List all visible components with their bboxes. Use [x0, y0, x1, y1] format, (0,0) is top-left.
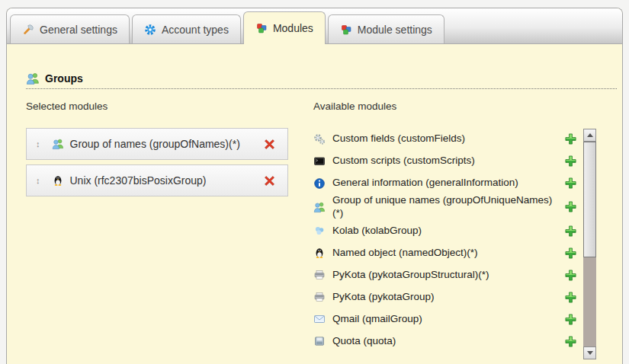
selected-modules-panel: Selected modules ↕ Group of names (group… — [26, 101, 288, 359]
scroll-up-button[interactable] — [583, 129, 596, 142]
gear-icon — [144, 24, 156, 36]
section-heading-groups: Groups — [26, 72, 617, 89]
drag-handle-icon[interactable]: ↕ — [36, 177, 40, 185]
available-module-label: Custom scripts (customScripts) — [332, 155, 560, 168]
scrollbar-track[interactable] — [583, 142, 596, 346]
selected-module-row[interactable]: ↕ Unix (rfc2307bisPosixGroup) — [26, 164, 288, 196]
add-module-button[interactable] — [564, 177, 577, 190]
available-module-row: Custom scripts (customScripts) — [313, 150, 577, 172]
terminal-icon — [313, 155, 326, 168]
tab-label: Module settings — [358, 24, 432, 36]
available-modules-panel: Available modules Custom fields (customF… — [313, 101, 596, 359]
add-module-button[interactable] — [564, 133, 577, 145]
group-icon — [313, 201, 326, 213]
available-module-label: Custom fields (customFields) — [332, 133, 560, 145]
triangle-up-icon — [587, 133, 593, 137]
modules-icon — [255, 22, 268, 34]
tab-label: General settings — [40, 24, 117, 36]
kolab-icon — [313, 225, 326, 237]
available-module-row: General information (generalInformation) — [313, 172, 577, 194]
add-module-button[interactable] — [564, 269, 577, 282]
selected-module-row[interactable]: ↕ Group of names (groupOfNames)(*) — [26, 128, 288, 160]
scrollbar-thumb[interactable] — [583, 142, 596, 257]
remove-module-button[interactable] — [264, 139, 275, 150]
tux-icon — [52, 174, 64, 187]
tab-label: Modules — [273, 22, 313, 34]
selected-modules-label: Selected modules — [26, 101, 288, 112]
settings-window: General settings Account types Modules M… — [6, 8, 623, 364]
mail-icon — [313, 313, 326, 325]
modules-icon — [340, 24, 352, 36]
selected-module-label: Group of names (groupOfNames)(*) — [70, 138, 265, 150]
available-modules-list-wrap: Custom fields (customFields) Custom scri… — [313, 128, 596, 359]
available-module-label: Qmail (qmailGroup) — [332, 313, 560, 326]
available-module-row: Kolab (kolabGroup) — [313, 220, 577, 242]
wrench-icon — [22, 24, 34, 36]
printer-icon — [313, 291, 326, 303]
remove-module-button[interactable] — [264, 175, 275, 187]
section-title: Groups — [45, 72, 83, 85]
groups-icon — [26, 72, 40, 85]
available-modules-label: Available modules — [313, 101, 596, 112]
available-module-label: PyKota (pykotaGroupStructural)(*) — [332, 269, 560, 282]
add-module-button[interactable] — [564, 225, 577, 238]
tab-account-types[interactable]: Account types — [132, 14, 241, 43]
available-module-label: Named object (namedObject)(*) — [332, 247, 560, 260]
available-module-row: PyKota (pykotaGroupStructural)(*) — [313, 264, 577, 286]
selected-module-label: Unix (rfc2307bisPosixGroup) — [70, 174, 265, 187]
available-module-label: Quota (quota) — [332, 335, 560, 348]
available-module-label: Group of unique names (groupOfUniqueName… — [332, 194, 560, 220]
group-icon — [52, 138, 64, 150]
info-icon — [313, 177, 326, 190]
add-module-button[interactable] — [564, 291, 577, 304]
available-module-row: Named object (namedObject)(*) — [313, 242, 577, 264]
available-module-label: General information (generalInformation) — [332, 177, 560, 190]
scroll-down-button[interactable] — [583, 346, 596, 359]
add-module-button[interactable] — [564, 247, 577, 260]
modules-tab-content: Groups Selected modules ↕ Group of names… — [7, 44, 622, 359]
add-module-button[interactable] — [564, 335, 577, 348]
gears-icon — [313, 133, 326, 145]
tab-general-settings[interactable]: General settings — [10, 14, 130, 43]
available-module-row: Custom fields (customFields) — [313, 128, 577, 150]
triangle-down-icon — [587, 351, 593, 355]
available-module-row: Quota (quota) — [313, 330, 577, 353]
available-module-row: Qmail (qmailGroup) — [313, 308, 577, 330]
tab-modules[interactable]: Modules — [243, 11, 326, 44]
add-module-button[interactable] — [564, 200, 577, 213]
tab-label: Account types — [162, 24, 229, 36]
tux-icon — [313, 247, 326, 259]
tab-module-settings[interactable]: Module settings — [328, 14, 444, 43]
available-module-label: Kolab (kolabGroup) — [332, 225, 560, 238]
available-module-row: Group of unique names (groupOfUniqueName… — [313, 194, 577, 220]
add-module-button[interactable] — [564, 313, 577, 326]
available-module-row: PyKota (pykotaGroup) — [313, 286, 577, 308]
scrollbar[interactable] — [583, 129, 596, 359]
available-modules-list: Custom fields (customFields) Custom scri… — [313, 128, 577, 359]
drag-handle-icon[interactable]: ↕ — [36, 140, 40, 148]
tab-bar: General settings Account types Modules M… — [7, 8, 622, 44]
available-module-label: PyKota (pykotaGroup) — [332, 291, 560, 304]
printer-icon — [313, 269, 326, 281]
module-columns: Selected modules ↕ Group of names (group… — [26, 101, 617, 359]
quota-icon — [313, 335, 326, 347]
add-module-button[interactable] — [564, 155, 577, 168]
